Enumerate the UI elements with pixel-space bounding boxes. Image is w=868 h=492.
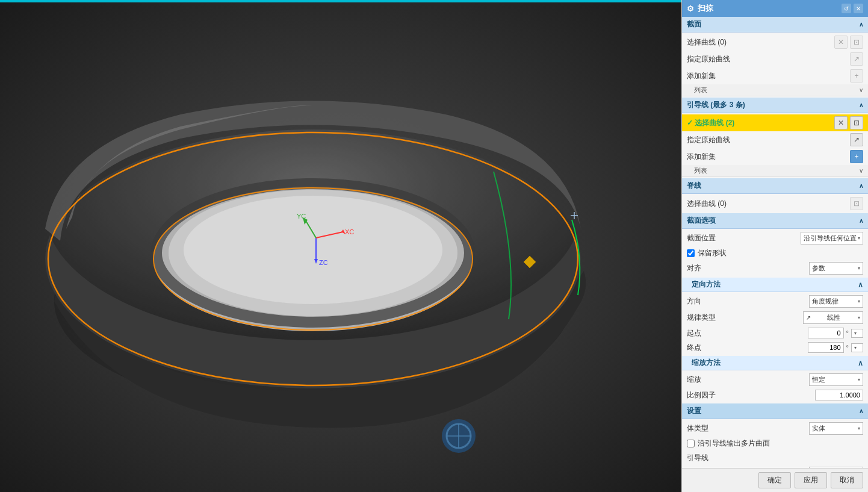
position-select-arrow: ▾ bbox=[858, 235, 860, 241]
svg-text:YC: YC bbox=[297, 213, 306, 220]
row-guide-line-settings: 引导线 bbox=[682, 450, 868, 465]
select-curve-guide-pick-btn[interactable]: ⊡ bbox=[850, 116, 863, 129]
select-curve-spine-label: 选择曲线 (0) bbox=[687, 199, 848, 209]
section-scale-label: 缩放方法 bbox=[692, 358, 721, 368]
viewport-3d[interactable]: ZC XC YC bbox=[0, 0, 681, 492]
panel-title: 扫掠 bbox=[698, 3, 713, 14]
start-unit-select[interactable]: ▾ bbox=[851, 329, 863, 338]
start-value-input[interactable] bbox=[808, 328, 844, 338]
select-curve-cross-pick-btn[interactable]: ⊡ bbox=[850, 36, 863, 49]
panel-title-bar: ⚙ 扫掠 ↺ ✕ bbox=[682, 0, 868, 17]
add-set-guide-btn[interactable]: + bbox=[850, 150, 863, 163]
section-cross-label: 截面 bbox=[687, 19, 701, 30]
section-guide-chevron: ∧ bbox=[859, 102, 863, 108]
law-type-select[interactable]: ↗ 线性 ▾ bbox=[803, 311, 863, 324]
list-row-cross[interactable]: 列表 ∨ bbox=[682, 84, 868, 96]
body-type-select-arrow: ▾ bbox=[858, 426, 860, 431]
section-spine-label: 脊线 bbox=[687, 181, 701, 191]
list-cross-label: 列表 bbox=[687, 86, 859, 95]
row-select-curve-cross: 选择曲线 (0) ✕ ⊡ bbox=[682, 34, 868, 51]
position-select[interactable]: 沿引导线任何位置 ▾ bbox=[801, 232, 863, 244]
end-label: 终点 bbox=[687, 343, 805, 353]
row-original-curve-cross: 指定原始曲线 ↗ bbox=[682, 51, 868, 67]
svg-text:ZC: ZC bbox=[319, 259, 328, 266]
start-label: 起点 bbox=[687, 328, 805, 338]
row-scale: 缩放 恒定 ▾ bbox=[682, 372, 868, 388]
section-settings-content: 体类型 实体 ▾ 沿引导线输出多片曲面 引导线 重新构建 无 ▾ bbox=[682, 419, 868, 468]
section-scale-chevron: ∧ bbox=[858, 359, 863, 367]
row-body-type: 体类型 实体 ▾ bbox=[682, 420, 868, 437]
section-header-scale[interactable]: 缩放方法 ∧ bbox=[682, 356, 868, 370]
add-set-cross-label: 添加新集 bbox=[687, 71, 848, 81]
body-type-label: 体类型 bbox=[687, 423, 807, 434]
body-type-select[interactable]: 实体 ▾ bbox=[809, 422, 863, 435]
keep-shape-checkbox[interactable] bbox=[687, 249, 695, 257]
original-curve-guide-label: 指定原始曲线 bbox=[687, 135, 848, 145]
end-value-input[interactable] bbox=[808, 342, 844, 353]
select-curve-cross-label: 选择曲线 (0) bbox=[687, 37, 832, 48]
factor-label: 比例因子 bbox=[687, 390, 813, 400]
end-unit-select[interactable]: ▾ bbox=[851, 343, 863, 352]
select-curve-guide-clear-btn[interactable]: ✕ bbox=[834, 116, 848, 129]
apply-button[interactable]: 应用 bbox=[795, 472, 827, 488]
original-curve-cross-btn[interactable]: ↗ bbox=[850, 52, 863, 66]
law-type-select-arrow: ▾ bbox=[858, 315, 860, 320]
row-keep-shape: 保留形状 bbox=[682, 246, 868, 260]
start-unit: ° bbox=[846, 329, 849, 337]
multi-patch-label: 沿引导线输出多片曲面 bbox=[698, 438, 770, 449]
select-curve-cross-clear-btn[interactable]: ✕ bbox=[834, 36, 848, 49]
row-law-type: 规律类型 ↗ 线性 ▾ bbox=[682, 310, 868, 326]
panel-title-left: ⚙ 扫掠 bbox=[687, 3, 713, 14]
section-spine-chevron: ∧ bbox=[859, 182, 863, 189]
row-add-set-guide: 添加新集 + bbox=[682, 148, 868, 165]
add-set-cross-btn[interactable]: + bbox=[850, 69, 863, 83]
row-direction: 方向 角度规律 ▾ bbox=[682, 293, 868, 310]
original-curve-guide-btn[interactable]: ↗ bbox=[850, 133, 863, 146]
section-cross-chevron: ∧ bbox=[859, 21, 863, 28]
section-secopt-label: 截面选项 bbox=[687, 216, 716, 226]
row-position: 截面位置 沿引导线任何位置 ▾ bbox=[682, 230, 868, 246]
section-header-orient[interactable]: 定向方法 ∧ bbox=[682, 278, 868, 292]
law-type-label: 规律类型 bbox=[687, 313, 801, 323]
panel-title-icons: ↺ ✕ bbox=[842, 4, 863, 13]
direction-label: 方向 bbox=[687, 296, 807, 307]
section-header-guide[interactable]: 引导线 (最多 3 条) ∧ bbox=[682, 98, 868, 113]
panel-close-button[interactable]: ✕ bbox=[854, 4, 863, 13]
align-select[interactable]: 参数 ▾ bbox=[809, 262, 863, 275]
original-curve-cross-label: 指定原始曲线 bbox=[687, 54, 848, 64]
section-scale-content: 缩放 恒定 ▾ 比例因子 bbox=[682, 370, 868, 403]
position-label: 截面位置 bbox=[687, 233, 798, 243]
section-settings-chevron: ∧ bbox=[859, 408, 863, 414]
guide-line-settings-label: 引导线 bbox=[687, 453, 863, 463]
direction-select-arrow: ▾ bbox=[858, 299, 860, 304]
panel-refresh-button[interactable]: ↺ bbox=[842, 4, 851, 13]
section-orient-content: 方向 角度规律 ▾ 规律类型 ↗ 线性 ▾ 起点 ° ▾ bbox=[682, 292, 868, 356]
list-cross-arrow: ∨ bbox=[859, 87, 863, 93]
3d-scene: ZC XC YC bbox=[0, 0, 681, 492]
list-row-guide[interactable]: 列表 ∨ bbox=[682, 165, 868, 177]
section-secopt-content: 截面位置 沿引导线任何位置 ▾ 保留形状 对齐 参数 ▾ bbox=[682, 229, 868, 278]
section-guide-content: ✓ 选择曲线 (2) ✕ ⊡ 指定原始曲线 ↗ 添加新集 + 列表 ∨ bbox=[682, 113, 868, 178]
ok-button[interactable]: 确定 bbox=[758, 472, 791, 488]
row-original-curve-guide: 指定原始曲线 ↗ bbox=[682, 131, 868, 148]
scale-select[interactable]: 恒定 ▾ bbox=[809, 373, 863, 386]
section-header-cross[interactable]: 截面 ∧ bbox=[682, 17, 868, 33]
scale-select-arrow: ▾ bbox=[858, 377, 860, 382]
section-header-settings[interactable]: 设置 ∧ bbox=[682, 403, 868, 419]
direction-select[interactable]: 角度规律 ▾ bbox=[809, 295, 863, 308]
row-end: 终点 ° ▾ bbox=[682, 340, 868, 355]
right-panel: ⚙ 扫掠 ↺ ✕ 截面 ∧ 选择曲线 (0) ✕ ⊡ 指定原始曲线 ↗ 添加新集 bbox=[681, 0, 868, 492]
section-header-spine[interactable]: 脊线 ∧ bbox=[682, 178, 868, 194]
add-set-guide-label: 添加新集 bbox=[687, 152, 848, 162]
scale-label: 缩放 bbox=[687, 375, 807, 385]
multi-patch-checkbox[interactable] bbox=[687, 440, 695, 447]
section-header-secopt[interactable]: 截面选项 ∧ bbox=[682, 213, 868, 229]
bottom-buttons-bar: 确定 应用 取消 bbox=[682, 468, 868, 492]
gear-icon: ⚙ bbox=[687, 4, 694, 13]
section-secopt-chevron: ∧ bbox=[859, 217, 863, 224]
cancel-button[interactable]: 取消 bbox=[831, 472, 863, 488]
row-multi-patch: 沿引导线输出多片曲面 bbox=[682, 437, 868, 450]
factor-value-input[interactable] bbox=[815, 390, 863, 400]
select-curve-spine-btn[interactable]: ⊡ bbox=[850, 197, 863, 210]
panel-scroll-area[interactable]: 截面 ∧ 选择曲线 (0) ✕ ⊡ 指定原始曲线 ↗ 添加新集 + 列表 ∨ bbox=[682, 17, 868, 468]
